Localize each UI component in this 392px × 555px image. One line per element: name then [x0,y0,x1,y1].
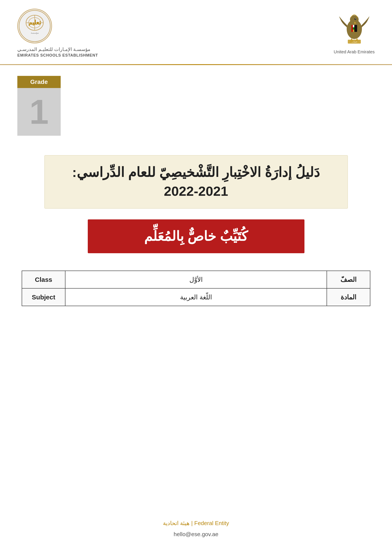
footer-federal-ar: هيئة اتحادية [163,520,190,526]
grade-section: Grade 1 [0,67,392,144]
table-cell-value-ar: الأوَّل [65,271,327,288]
logo-subtitle: مؤسسـة الإمـارات للتعليـم المدرسـي EMIRA… [17,47,98,58]
grade-number: 1 [29,95,49,129]
red-subtitle-box: كُتَيِّبٌ خاصٌّ بِالمُعَلِّم [88,219,305,253]
table-cell-label-en: Subject [22,288,65,306]
svg-text:مؤسسة: مؤسسة [31,31,39,34]
uae-emblem: الإمارات [335,9,374,48]
table-row: Subjectاللّغة العربيةالمادة [22,288,370,306]
table-cell-label-ar: المادة [327,288,370,306]
org-english-name: EMIRATES SCHOOLS ESTABLISHMENT [17,53,98,58]
red-subtitle-section: كُتَيِّبٌ خاصٌّ بِالمُعَلِّم [0,215,392,258]
info-table: ClassالأوَّلالصفّSubjectاللّغة العربيةال… [22,270,370,306]
svg-rect-15 [354,25,357,32]
svg-rect-13 [353,25,354,27]
footer: هيئة اتحادية | Federal Entity hello@ese.… [0,507,392,555]
grade-box: Grade 1 [17,76,61,136]
svg-rect-14 [353,27,354,29]
org-arabic-name: مؤسسـة الإمـارات للتعليـم المدرسـي [17,47,90,52]
logo-left: تعليم مؤسسة مؤسسـة الإمـارات للتعليـم ال… [17,9,98,58]
header: تعليم مؤسسة مؤسسـة الإمـارات للتعليـم ال… [0,0,392,62]
logo-right: الإمارات United Arab Emirates [334,9,375,54]
footer-separator: | [191,520,194,526]
footer-federal-text: هيئة اتحادية | Federal Entity [163,520,229,527]
grade-label: Grade [17,76,61,88]
grade-number-container: 1 [17,88,61,136]
svg-text:تعليم: تعليم [28,19,41,26]
taleem-logo: تعليم مؤسسة [17,9,52,43]
svg-text:الإمارات: الإمارات [351,41,357,43]
red-subtitle-text: كُتَيِّبٌ خاصٌّ بِالمُعَلِّم [109,227,283,246]
info-table-section: ClassالأوَّلالصفّSubjectاللّغة العربيةال… [0,257,392,315]
svg-point-10 [355,19,356,19]
table-cell-label-ar: الصفّ [327,271,370,288]
footer-email: hello@ese.gov.ae [174,531,218,538]
main-title-text: دَليلُ إدارَةُ الاخْتِبارِ التَّشْخيصِيّ… [62,163,330,201]
main-title-section: دَليلُ إدارَةُ الاخْتِبارِ التَّشْخيصِيّ… [0,144,392,215]
table-cell-label-en: Class [22,271,65,288]
main-title-box: دَليلُ إدارَةُ الاخْتِبارِ التَّشْخيصِيّ… [44,155,348,209]
footer-federal-en: Federal Entity [194,520,229,526]
svg-rect-12 [351,25,353,32]
page: تعليم مؤسسة مؤسسـة الإمـارات للتعليـم ال… [0,0,392,555]
table-cell-value-ar: اللّغة العربية [65,288,327,306]
table-row: Classالأوَّلالصفّ [22,271,370,288]
uae-country-label: United Arab Emirates [334,49,375,54]
gold-divider [0,64,392,65]
